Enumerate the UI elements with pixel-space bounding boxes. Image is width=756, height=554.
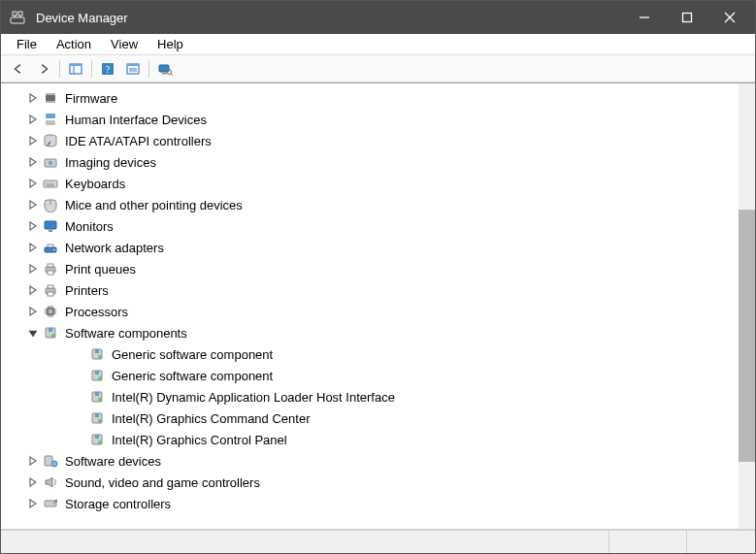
tree-item-label: Sound, video and game controllers — [65, 475, 260, 490]
expand-icon[interactable] — [24, 196, 42, 213]
menu-file[interactable]: File — [7, 35, 47, 53]
expand-icon[interactable] — [24, 260, 42, 277]
device-manager-window: Device Manager File Action View Help Fir… — [0, 0, 756, 554]
expand-icon[interactable] — [24, 281, 42, 299]
tree-item-label: Monitors — [65, 219, 114, 234]
printer-icon — [42, 261, 59, 277]
tree-item[interactable]: Firmware — [1, 87, 739, 109]
expand-icon[interactable] — [24, 153, 42, 171]
tree-item-label: Mice and other pointing devices — [65, 198, 243, 212]
status-cell-2 — [609, 531, 687, 553]
tree-item-label: Intel(R) Graphics Command Center — [112, 411, 310, 426]
expand-icon[interactable] — [24, 495, 42, 512]
tree-item-label: Generic software component — [112, 347, 273, 362]
tree-item[interactable]: Monitors — [1, 215, 739, 237]
tree-item[interactable]: Intel(R) Graphics Command Center — [1, 407, 739, 429]
tree-item[interactable]: IDE ATA/ATAPI controllers — [1, 130, 739, 151]
help-button[interactable] — [96, 58, 119, 80]
tree-item[interactable]: Human Interface Devices — [1, 109, 739, 130]
hid-icon — [42, 112, 59, 127]
swcomp-icon — [88, 368, 106, 383]
tree-item[interactable]: Print queues — [1, 258, 739, 279]
tree-item[interactable]: Intel(R) Graphics Control Panel — [1, 429, 739, 450]
vertical-scrollbar[interactable] — [739, 83, 755, 529]
tree-item-label: Software components — [65, 326, 187, 341]
status-bar — [1, 530, 755, 553]
menu-help[interactable]: Help — [148, 35, 193, 53]
status-cell-3 — [687, 531, 755, 553]
tree-area: FirmwareHuman Interface DevicesIDE ATA/A… — [1, 82, 755, 530]
menu-action[interactable]: Action — [47, 35, 101, 53]
menu-bar: File Action View Help — [1, 34, 755, 55]
close-button[interactable] — [708, 1, 751, 34]
menu-view[interactable]: View — [101, 35, 148, 53]
expand-icon[interactable] — [24, 473, 42, 491]
scrollbar-thumb[interactable] — [739, 210, 755, 462]
maximize-button[interactable] — [666, 1, 708, 34]
tree-item[interactable]: Imaging devices — [1, 151, 739, 173]
tree-item[interactable]: Generic software component — [1, 343, 739, 365]
expand-icon[interactable] — [24, 89, 42, 107]
forward-button[interactable] — [32, 58, 55, 80]
tree-item-label: Processors — [65, 305, 128, 319]
tree-item-label: IDE ATA/ATAPI controllers — [65, 134, 212, 148]
storage-icon — [42, 496, 59, 511]
back-button[interactable] — [7, 58, 30, 80]
expand-icon[interactable] — [24, 217, 42, 235]
tree-item[interactable]: Storage controllers — [1, 493, 739, 514]
scan-hardware-button[interactable] — [153, 58, 177, 80]
tree-item[interactable]: Software components — [1, 322, 739, 343]
monitor-icon — [42, 218, 59, 234]
tree-item[interactable]: Intel(R) Dynamic Application Loader Host… — [1, 386, 739, 407]
swcomp-icon — [88, 410, 106, 426]
tree-item[interactable]: Software devices — [1, 450, 739, 472]
sound-icon — [42, 474, 59, 490]
expand-icon[interactable] — [24, 132, 42, 149]
tree-item[interactable]: Generic software component — [1, 365, 739, 386]
tree-item-label: Software devices — [65, 454, 161, 469]
device-tree[interactable]: FirmwareHuman Interface DevicesIDE ATA/A… — [1, 83, 739, 529]
chip-icon — [42, 90, 59, 106]
printer-icon — [42, 282, 59, 298]
tree-item-label: Imaging devices — [65, 155, 156, 170]
tree-item[interactable]: Keyboards — [1, 173, 739, 194]
expand-icon[interactable] — [24, 111, 42, 128]
collapse-icon[interactable] — [24, 324, 42, 342]
network-icon — [42, 240, 59, 255]
swcomp-icon — [88, 346, 106, 362]
svg-rect-38 — [683, 14, 692, 22]
tree-item-label: Firmware — [65, 91, 117, 106]
tree-item-label: Generic software component — [112, 369, 273, 383]
toolbar — [1, 55, 755, 82]
tree-item-label: Network adapters — [65, 241, 164, 255]
tree-item[interactable]: Sound, video and game controllers — [1, 472, 739, 493]
swcomp-icon — [88, 432, 106, 447]
status-cell-main — [1, 531, 609, 553]
tree-item-label: Storage controllers — [65, 497, 171, 511]
tree-item[interactable]: Processors — [1, 301, 739, 322]
tree-item-label: Print queues — [65, 262, 136, 277]
swdev-icon — [42, 453, 59, 469]
expand-icon[interactable] — [24, 452, 42, 470]
imaging-icon — [42, 154, 59, 170]
minimize-button[interactable] — [623, 1, 666, 34]
tree-item-label: Intel(R) Graphics Control Panel — [112, 433, 287, 447]
expand-icon[interactable] — [24, 175, 42, 192]
tree-item[interactable]: Network adapters — [1, 237, 739, 258]
tree-item[interactable]: Mice and other pointing devices — [1, 194, 739, 215]
mouse-icon — [42, 197, 59, 212]
expand-icon[interactable] — [24, 239, 42, 256]
window-title: Device Manager — [36, 11, 128, 25]
tree-item-label: Keyboards — [65, 177, 125, 191]
tree-item[interactable]: Printers — [1, 279, 739, 301]
cpu-icon — [42, 304, 59, 319]
tree-item-label: Intel(R) Dynamic Application Loader Host… — [112, 390, 395, 405]
expand-icon[interactable] — [24, 303, 42, 320]
properties-button[interactable] — [121, 58, 145, 80]
title-bar: Device Manager — [1, 1, 755, 34]
swcomp-icon — [42, 325, 59, 341]
show-hidden-button[interactable] — [64, 58, 87, 80]
keyboard-icon — [42, 176, 59, 191]
ide-icon — [42, 133, 59, 148]
app-icon — [9, 9, 26, 26]
